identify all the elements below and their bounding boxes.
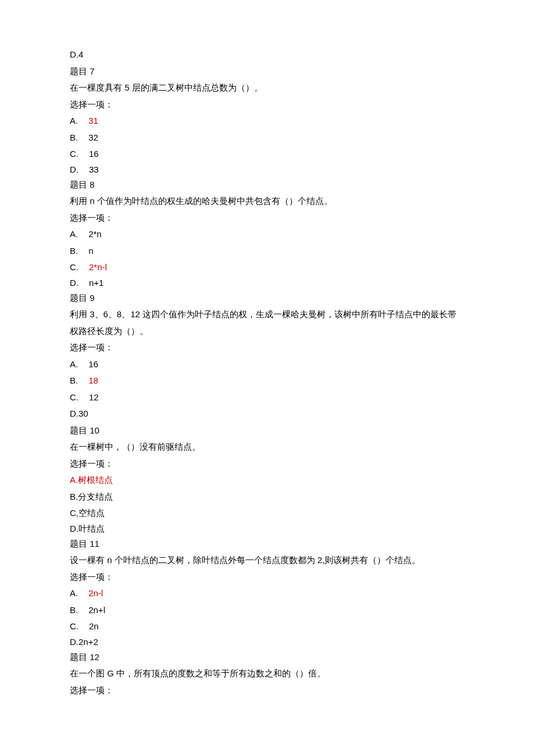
question-title: 题目 10 xyxy=(70,422,465,439)
option-letter: B. xyxy=(70,132,78,142)
choose-label: 选择一项： xyxy=(70,682,465,699)
option-d: D.叶结点 xyxy=(70,522,465,536)
question-title: 题目 11 xyxy=(70,536,465,553)
option-text: 33 xyxy=(89,164,99,174)
option-letter: A. xyxy=(70,229,78,239)
option-letter: C. xyxy=(70,621,79,631)
option-c: C.2*n-l xyxy=(70,259,465,276)
option-letter: B. xyxy=(70,375,78,385)
choose-label: 选择一项： xyxy=(70,96,465,113)
option-text: 18 xyxy=(88,375,98,385)
question-prompt: 利用 n 个值作为叶结点的权生成的哈夫曼树中共包含有（）个结点。 xyxy=(70,193,465,210)
option-b: B.n xyxy=(70,243,465,260)
option-letter: B.分支结点 xyxy=(70,492,113,501)
option-c: C,空结点 xyxy=(70,505,465,522)
option-letter: A. xyxy=(70,116,78,126)
question-prompt: 在一棵度具有 5 层的满二叉树中结点总数为（）。 xyxy=(70,80,465,96)
choose-label: 选择一项： xyxy=(70,339,465,356)
option-letter: D.2n+2 xyxy=(70,637,98,647)
option-text: 2n-l xyxy=(88,588,103,598)
option-letter: A. xyxy=(70,588,78,598)
option-b: B.2n+l xyxy=(70,602,465,619)
option-text: 32 xyxy=(88,132,98,142)
choose-label: 选择一项： xyxy=(70,569,465,586)
option-letter: A. xyxy=(70,359,78,369)
choose-label: 选择一项： xyxy=(70,210,465,227)
option-a: A.2*n xyxy=(70,226,465,243)
option-letter: D.叶结点 xyxy=(70,524,105,533)
option-letter: D. xyxy=(70,278,79,288)
option-b: B.18 xyxy=(70,372,465,389)
question-prompt: 设一棵有 n 个叶结点的二叉树，除叶结点外每一个结点度数都为 2,则该树共有（）… xyxy=(70,552,465,569)
option-letter: C. xyxy=(70,149,79,159)
question-title: 题目 8 xyxy=(70,177,465,194)
option-a: A.16 xyxy=(70,356,465,373)
option-letter: C. xyxy=(70,392,79,402)
option-text: 16 xyxy=(88,359,98,369)
option-d: D.n+1 xyxy=(70,276,465,290)
document-page: D.4 题目 7 在一棵度具有 5 层的满二叉树中结点总数为（）。 选择一项： … xyxy=(0,0,535,756)
option-b: B.分支结点 xyxy=(70,489,465,506)
question-title: 题目 9 xyxy=(70,290,465,307)
option-letter: B. xyxy=(70,246,78,256)
question-title: 题目 7 xyxy=(70,63,465,80)
option-text: 2n xyxy=(89,621,99,631)
option-text: 16 xyxy=(89,149,99,159)
option-text: n+1 xyxy=(89,278,104,288)
question-prompt: 在一棵树中，（）没有前驱结点。 xyxy=(70,439,465,456)
question-title: 题目 12 xyxy=(70,649,465,666)
option-c: C.2n xyxy=(70,618,465,635)
option-letter: D.30 xyxy=(70,409,88,418)
option-d: D.33 xyxy=(70,163,465,177)
option-b: B.32 xyxy=(70,130,465,146)
option-a: A.树根结点 xyxy=(70,472,465,489)
option-c: C.12 xyxy=(70,389,465,406)
option-letter: D. xyxy=(70,164,79,174)
option-d: D.2n+2 xyxy=(70,635,465,649)
option-letter: A.树根结点 xyxy=(70,475,113,485)
option-d: D.30 xyxy=(70,406,465,422)
option-c: C.16 xyxy=(70,146,465,163)
prev-option-d: D.4 xyxy=(70,46,465,63)
option-text: 2n+l xyxy=(88,605,105,615)
question-prompt: 利用 3、6、8、12 这四个值作为叶子结点的权，生成一棵哈夫曼树，该树中所有叶… xyxy=(70,306,465,339)
option-text: 2*n xyxy=(88,229,102,239)
question-prompt: 在一个图 G 中，所有顶点的度数之和等于所有边数之和的（）倍。 xyxy=(70,665,465,682)
option-a: A.2n-l xyxy=(70,585,465,602)
option-text: 31 xyxy=(88,116,98,126)
option-letter: C,空结点 xyxy=(70,508,105,518)
option-a: A.31 xyxy=(70,113,465,130)
option-letter: B. xyxy=(70,605,78,615)
option-text: 2*n-l xyxy=(89,262,107,272)
option-text: 12 xyxy=(89,392,99,402)
option-text: n xyxy=(88,246,93,256)
choose-label: 选择一项： xyxy=(70,456,465,472)
option-letter: C. xyxy=(70,262,79,272)
